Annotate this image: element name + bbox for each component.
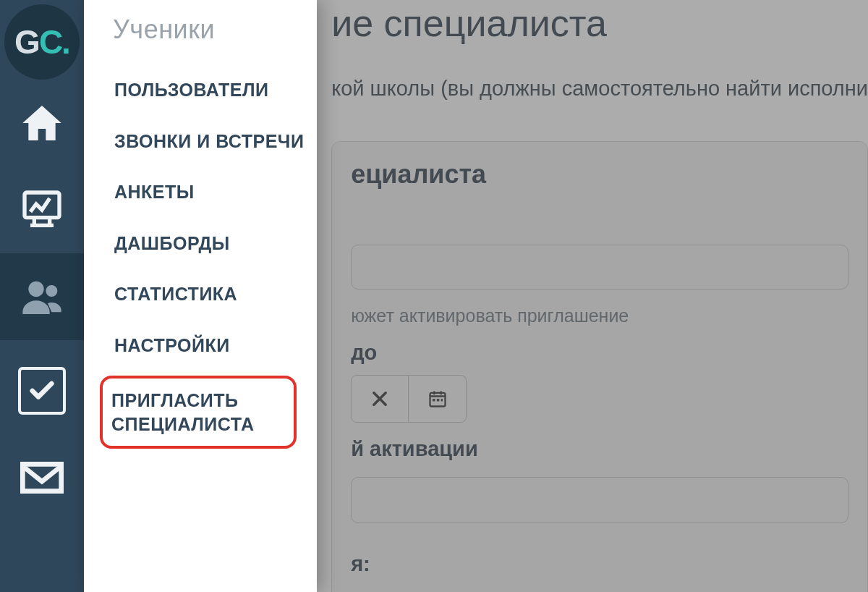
- nav-students[interactable]: [0, 253, 84, 340]
- secondary-sidebar: Ученики ПОЛЬЗОВАТЕЛИ ЗВОНКИ И ВСТРЕЧИ АН…: [84, 0, 317, 592]
- logo-text: GC.: [14, 22, 69, 62]
- presentation-chart-icon: [19, 187, 65, 233]
- icon-rail: GC.: [0, 0, 84, 592]
- sidebar-item-settings[interactable]: НАСТРОЙКИ: [113, 325, 310, 366]
- home-icon: [19, 100, 65, 146]
- svg-point-1: [28, 282, 43, 297]
- main-content: ие специалиста кой школы (вы должны само…: [317, 0, 868, 592]
- mail-icon: [19, 454, 65, 501]
- logo[interactable]: GC.: [4, 4, 80, 80]
- svg-rect-0: [25, 193, 59, 218]
- nav-dashboard[interactable]: [0, 166, 84, 253]
- svg-point-2: [46, 285, 57, 297]
- sidebar-item-statistics[interactable]: СТАТИСТИКА: [113, 274, 310, 315]
- checkbox-frame: [18, 367, 66, 415]
- sidebar-item-users[interactable]: ПОЛЬЗОВАТЕЛИ: [113, 69, 310, 111]
- nav-tasks[interactable]: [0, 347, 84, 434]
- sidebar-item-invite-specialist[interactable]: ПРИГЛАСИТЬ СПЕЦИАЛИСТА: [100, 376, 297, 449]
- nav-home[interactable]: [0, 80, 84, 166]
- sidebar-item-surveys[interactable]: АНКЕТЫ: [113, 172, 310, 213]
- sidebar-item-dashboards[interactable]: ДАШБОРДЫ: [113, 223, 310, 264]
- sidebar-section-title: Ученики: [113, 14, 310, 45]
- dim-overlay: [317, 0, 868, 592]
- check-icon: [27, 376, 56, 405]
- users-group-icon: [19, 274, 65, 320]
- sidebar-item-calls[interactable]: ЗВОНКИ И ВСТРЕЧИ: [113, 121, 310, 162]
- nav-mail[interactable]: [0, 434, 84, 521]
